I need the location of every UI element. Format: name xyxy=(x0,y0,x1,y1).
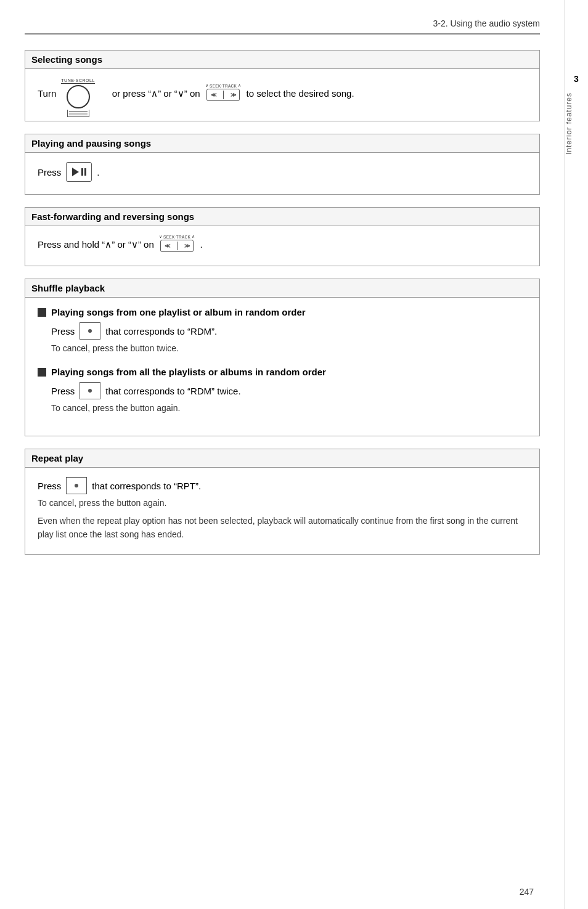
rdm-dot-1 xyxy=(88,329,92,333)
rdm-button-2 xyxy=(80,382,100,399)
turn-label: Turn xyxy=(38,88,56,99)
playing-instruction-row: Press . xyxy=(38,162,530,182)
section-title-fast-fwd: Fast-forwarding and reversing songs xyxy=(25,208,539,226)
bullet-square-2 xyxy=(38,368,46,377)
repeat-press-row: Press that corresponds to “RPT”. xyxy=(38,477,530,494)
play-triangle-icon xyxy=(72,168,79,176)
seek-divider-2 xyxy=(177,242,178,250)
section-body-playing: Press . xyxy=(25,153,539,194)
play-pause-button xyxy=(66,162,92,182)
shuffle-item-2: Playing songs from all the playlists or … xyxy=(38,367,530,419)
shuffle-item-1: Playing songs from one playlist or album… xyxy=(38,307,530,359)
shuffle-item-2-press-row: Press that corresponds to “RDM” twice. xyxy=(51,382,530,399)
seek-track-top-label-2: ∨ SEEK·TRACK ∧ xyxy=(159,234,195,239)
section-playing-pausing: Playing and pausing songs Press xyxy=(25,134,540,195)
section-title-selecting: Selecting songs xyxy=(25,51,539,69)
play-pause-inner xyxy=(72,168,86,176)
knob-line-3 xyxy=(69,115,88,115)
page-number: 247 xyxy=(520,887,534,897)
page-header: 3-2. Using the audio system xyxy=(25,18,540,35)
pause-bar-2 xyxy=(84,168,86,176)
shuffle-item-1-press-row: Press that corresponds to “RDM”. xyxy=(51,322,530,340)
pause-bars-icon xyxy=(81,168,86,176)
seek-track-top-label: ∨ SEEK·TRACK ∧ xyxy=(205,83,242,88)
shuffle-item-1-title: Playing songs from one playlist or album… xyxy=(51,307,530,317)
header-title: 3-2. Using the audio system xyxy=(433,18,540,28)
knob-line-1 xyxy=(69,111,88,112)
section-fast-forwarding: Fast-forwarding and reversing songs Pres… xyxy=(25,207,540,266)
to-select-text: to select the desired song. xyxy=(246,88,354,99)
shuffle-item-1-cancel: To cancel, press the button twice. xyxy=(51,343,530,353)
section-repeat-play: Repeat play Press that corresponds to “R… xyxy=(25,449,540,555)
rdm-button-1 xyxy=(80,322,100,340)
fast-fwd-end: . xyxy=(200,239,203,250)
section-title-shuffle: Shuffle playback xyxy=(25,279,539,298)
seek-right-chevron-2: ≫ xyxy=(184,243,190,249)
rpt-dot xyxy=(75,484,78,487)
tune-scroll-knob: TUNE·SCROLL xyxy=(61,78,95,108)
shuffle-item-2-content: Playing songs from all the playlists or … xyxy=(51,367,530,419)
fast-fwd-instruction: Press and hold “∧” or “∨” on xyxy=(38,239,154,250)
repeat-note-text: Even when the repeat play option has not… xyxy=(38,514,530,542)
seek-left-chevron: ≪ xyxy=(211,92,216,98)
knob-circle xyxy=(67,85,90,108)
rpt-corresponds: that corresponds to “RPT”. xyxy=(92,481,201,491)
press-label-rdm1: Press xyxy=(51,326,75,336)
knob-base xyxy=(67,110,89,117)
sidebar-label: Interior features xyxy=(565,92,588,155)
seek-track-body-2: ≪ ≫ xyxy=(160,240,194,252)
section-body-fast-fwd: Press and hold “∧” or “∨” on ∨ SEEK·TRAC… xyxy=(25,226,539,266)
section-title-playing: Playing and pausing songs xyxy=(25,134,539,153)
section-selecting-songs: Selecting songs Turn TUNE·SCROLL or xyxy=(25,50,540,121)
section-shuffle: Shuffle playback Playing songs from one … xyxy=(25,279,540,436)
press-label-rpt: Press xyxy=(38,481,61,491)
pause-bar-1 xyxy=(81,168,83,176)
rdm1-corresponds: that corresponds to “RDM”. xyxy=(105,326,217,336)
shuffle-item-2-cancel: To cancel, press the button again. xyxy=(51,403,530,413)
bullet-square-1 xyxy=(38,308,46,317)
section-body-selecting: Turn TUNE·SCROLL or press “∧” or “∨” on xyxy=(25,69,539,121)
fast-fwd-instruction-row: Press and hold “∧” or “∨” on ∨ SEEK·TRAC… xyxy=(38,235,530,253)
seek-track-body: ≪ ≫ xyxy=(206,89,240,101)
rpt-button xyxy=(66,477,87,494)
selecting-instruction-row: Turn TUNE·SCROLL or press “∧” or “∨” on xyxy=(38,78,530,108)
rdm-dot-2 xyxy=(88,389,92,393)
seek-left-chevron-2: ≪ xyxy=(165,243,170,249)
seek-divider xyxy=(223,91,224,99)
seek-track-button: ∨ SEEK·TRACK ∧ ≪ ≫ xyxy=(205,83,242,101)
shuffle-item-1-content: Playing songs from one playlist or album… xyxy=(51,307,530,359)
section-title-repeat: Repeat play xyxy=(25,449,539,468)
section-body-shuffle: Playing songs from one playlist or album… xyxy=(25,298,539,436)
press-label-playing: Press xyxy=(38,167,61,177)
knob-line-2 xyxy=(69,113,88,113)
rdm2-corresponds: that corresponds to “RDM” twice. xyxy=(105,386,240,396)
press-label-rdm2: Press xyxy=(51,386,75,396)
right-sidebar: 3 Interior features xyxy=(565,0,588,909)
main-content: 3-2. Using the audio system Selecting so… xyxy=(0,0,565,909)
seek-right-chevron: ≫ xyxy=(231,92,236,98)
chapter-number: 3 xyxy=(565,74,588,84)
seek-track-button-2: ∨ SEEK·TRACK ∧ ≪ ≫ xyxy=(159,234,195,252)
tune-scroll-label-text: TUNE·SCROLL xyxy=(61,78,95,84)
period-after-play: . xyxy=(97,167,99,177)
repeat-cancel-note: To cancel, press the button again. xyxy=(38,498,530,508)
page-container: 3-2. Using the audio system Selecting so… xyxy=(0,0,588,909)
shuffle-item-2-title: Playing songs from all the playlists or … xyxy=(51,367,530,377)
or-press-text: or press “∧” or “∨” on xyxy=(112,88,200,99)
section-body-repeat: Press that corresponds to “RPT”. To canc… xyxy=(25,468,539,554)
